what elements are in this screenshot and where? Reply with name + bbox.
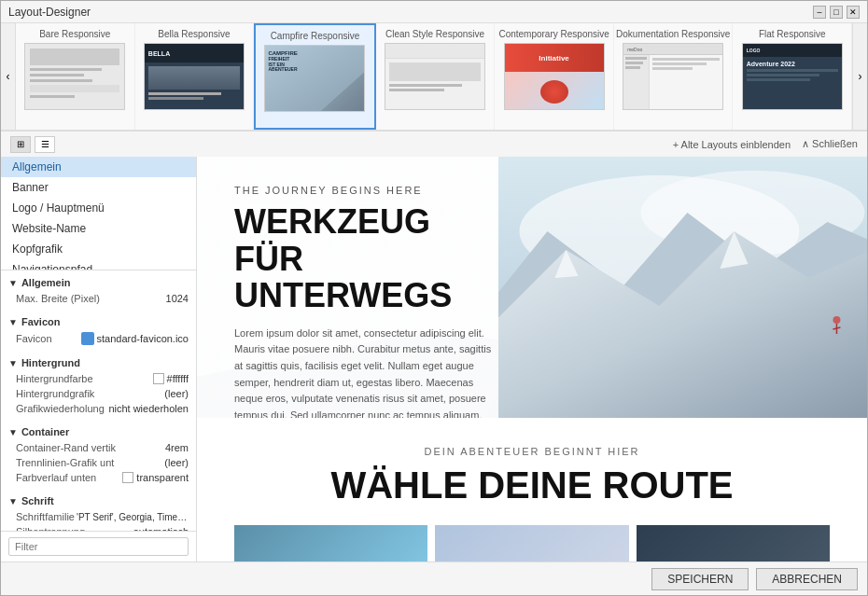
settings-row-favicon: Favicon standard-favicon.ico <box>1 330 196 347</box>
grid-view-button[interactable]: ⊞ <box>10 136 31 153</box>
farbverlauf-checkbox[interactable] <box>122 472 133 483</box>
settings-row-container-rand: Container-Rand vertik 4rem <box>1 440 196 455</box>
window-title: Layout-Designer <box>8 6 91 19</box>
settings-group-favicon-header[interactable]: ▼ Favicon <box>1 313 196 330</box>
template-thumb-doku: meDoo <box>623 43 723 110</box>
cancel-button[interactable]: ABBRECHEN <box>756 568 858 590</box>
list-view-button[interactable]: ☰ <box>35 136 55 153</box>
hero-text: THE JOURNEY BEGINS HERE WERKZEUG FÜR UNT… <box>234 185 496 418</box>
template-item-flat[interactable]: Flat Responsive LOGO Adventure 2022 <box>733 23 852 130</box>
template-item-bare[interactable]: Bare Responsive <box>16 23 135 130</box>
schrift-collapse-icon: ▼ <box>8 496 18 506</box>
section2-title: WÄHLE DEINE ROUTE <box>234 464 830 506</box>
section2-img-3 <box>637 525 830 561</box>
template-thumb-flat: LOGO Adventure 2022 <box>742 43 843 110</box>
layout-designer-window: Layout-Designer – □ ✕ ‹ Bare Responsive <box>0 0 868 596</box>
hero-body: Lorem ipsum dolor sit amet, consectetur … <box>234 326 496 418</box>
settings-row-silbentrennung: Silbentrennung automatisch <box>1 524 196 531</box>
template-item-bella[interactable]: Bella Responsive BELLA <box>135 23 255 130</box>
section2-img-2 <box>435 525 628 561</box>
template-thumb-contemporary: Initiative <box>504 43 605 110</box>
template-item-doku[interactable]: Dokumentation Responsive meDoo <box>614 23 734 130</box>
settings-group-container: ▼ Container Container-Rand vertik 4rem T… <box>1 420 196 489</box>
preview-area[interactable]: THE JOURNEY BEGINS HERE WERKZEUG FÜR UNT… <box>197 157 867 561</box>
hero-subtitle: THE JOURNEY BEGINS HERE <box>234 185 496 196</box>
template-thumb-campfire: CAMPFIRE FREIHEIT IST EIN ABENTEUER <box>264 45 365 112</box>
template-item-contemporary[interactable]: Contemporary Responsive Initiative <box>495 23 614 130</box>
container-collapse-icon: ▼ <box>8 427 18 437</box>
close-button[interactable]: ✕ <box>847 6 860 19</box>
sidebar-item-logo[interactable]: Logo / Hauptmenü <box>1 198 196 218</box>
hintergrund-collapse-icon: ▼ <box>8 358 18 368</box>
favicon-collapse-icon: ▼ <box>8 317 18 327</box>
settings-group-allgemein-header[interactable]: ▼ Allgemein <box>1 274 196 291</box>
sidebar-nav: Allgemein Banner Logo / Hauptmenü Websit… <box>1 157 196 270</box>
settings-group-hintergrund: ▼ Hintergrund Hintergrundfarbe #ffffff H… <box>1 351 196 420</box>
close-templates-button[interactable]: ∧ Schließen <box>802 138 858 150</box>
template-item-clean[interactable]: Clean Style Responsive <box>376 23 496 130</box>
settings-group-hintergrund-header[interactable]: ▼ Hintergrund <box>1 354 196 371</box>
template-bar: ‹ Bare Responsive Bella <box>1 23 867 131</box>
minimize-button[interactable]: – <box>813 6 826 19</box>
sidebar-item-navigationspfad[interactable]: Navigationspfad <box>1 259 196 270</box>
settings-panel: ▼ Allgemein Max. Breite (Pixel) 1024 ▼ F… <box>1 270 196 531</box>
favicon-preview-icon <box>81 332 94 345</box>
settings-row-schriftfamilie: Schriftfamilie 'PT Serif', Georgia, Time… <box>1 509 196 524</box>
settings-group-favicon: ▼ Favicon Favicon standard-favicon.ico <box>1 310 196 351</box>
hero-section: THE JOURNEY BEGINS HERE WERKZEUG FÜR UNT… <box>197 157 867 418</box>
section2-subtitle: DEIN ABENTEUER BEGINNT HIER <box>234 446 830 457</box>
settings-group-allgemein: ▼ Allgemein Max. Breite (Pixel) 1024 <box>1 270 196 310</box>
sidebar: Allgemein Banner Logo / Hauptmenü Websit… <box>1 157 197 561</box>
hintergrundfarbe-color-box <box>153 373 164 384</box>
svg-point-7 <box>833 316 841 324</box>
template-thumb-bella: BELLA <box>144 43 245 110</box>
template-items: Bare Responsive Bella Responsive <box>16 23 852 130</box>
template-bottom-actions: + Alte Layouts einblenden ∧ Schließen <box>673 138 858 150</box>
settings-row-trennlinien: Trennlinien-Grafik unt (leer) <box>1 455 196 470</box>
sidebar-nav-section: Allgemein Banner Logo / Hauptmenü Websit… <box>1 157 196 270</box>
section2: DEIN ABENTEUER BEGINNT HIER WÄHLE DEINE … <box>197 418 867 561</box>
sidebar-item-website-name[interactable]: Website-Name <box>1 218 196 239</box>
template-bottom-bar: ⊞ ☰ + Alte Layouts einblenden ∧ Schließe… <box>1 131 867 157</box>
template-item-campfire[interactable]: Campfire Responsive CAMPFIRE FREIHEIT IS… <box>254 23 376 130</box>
settings-row-hintergrundfarbe: Hintergrundfarbe #ffffff <box>1 371 196 386</box>
settings-row-grafikwiederholung: Grafikwiederholung nicht wiederholen <box>1 401 196 416</box>
template-nav-left[interactable]: ‹ <box>1 23 16 130</box>
settings-row-farbverlauf: Farbverlauf unten transparent <box>1 470 196 485</box>
settings-row-hintergrundgrafik: Hintergrundgrafik (leer) <box>1 386 196 401</box>
allgemein-collapse-icon: ▼ <box>8 278 18 288</box>
hero-title: WERKZEUG FÜR UNTERWEGS <box>234 203 496 314</box>
settings-group-container-header[interactable]: ▼ Container <box>1 423 196 440</box>
titlebar: Layout-Designer – □ ✕ <box>1 1 867 23</box>
sidebar-item-kopfgrafik[interactable]: Kopfgrafik <box>1 239 196 259</box>
settings-row-max-breite: Max. Breite (Pixel) 1024 <box>1 291 196 306</box>
template-nav-right[interactable]: › <box>852 23 867 130</box>
show-old-layouts-button[interactable]: + Alte Layouts einblenden <box>673 138 791 150</box>
settings-group-schrift: ▼ Schrift Schriftfamilie 'PT Serif', Geo… <box>1 489 196 531</box>
window-controls: – □ ✕ <box>813 6 860 19</box>
action-bar: SPEICHERN ABBRECHEN <box>1 561 867 595</box>
main-area: Allgemein Banner Logo / Hauptmenü Websit… <box>1 157 867 561</box>
template-view-toggles: ⊞ ☰ <box>10 136 55 153</box>
template-thumb-bare <box>24 43 125 110</box>
save-button[interactable]: SPEICHERN <box>651 568 749 590</box>
section2-img-1 <box>234 525 427 561</box>
hero-mountain-bg <box>498 157 867 418</box>
sidebar-item-allgemein[interactable]: Allgemein <box>1 157 196 177</box>
sidebar-filter <box>1 531 196 561</box>
sidebar-item-banner[interactable]: Banner <box>1 177 196 198</box>
settings-group-schrift-header[interactable]: ▼ Schrift <box>1 492 196 509</box>
filter-input[interactable] <box>8 537 189 556</box>
restore-button[interactable]: □ <box>830 6 843 19</box>
preview-content: THE JOURNEY BEGINS HERE WERKZEUG FÜR UNT… <box>197 157 867 561</box>
section2-images <box>234 525 830 561</box>
template-thumb-clean <box>385 43 485 110</box>
